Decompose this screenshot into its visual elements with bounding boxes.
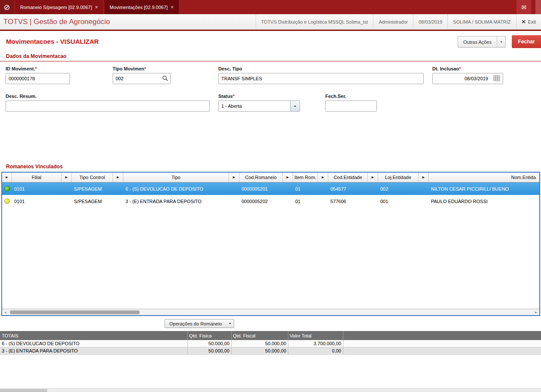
desc-tipo-field[interactable] [218,73,424,84]
tab-close-icon[interactable]: × [171,4,174,10]
cell-tipo-control: S/PESAGEM [61,199,113,204]
topbar-corner-button[interactable] [535,0,541,14]
environment-name: TOTVS Distribuição e Logística MSSQL Sol… [256,14,373,29]
chevron-down-icon[interactable]: ▼ [226,319,234,328]
mail-button[interactable]: ✉ [517,0,531,14]
operacoes-romaneio-button[interactable]: Operações do Romaneio ▼ [165,319,234,328]
required-marker: * [233,94,235,99]
totals-valor-total: 3.700.000,00 [288,340,343,347]
col-header-cod-entidade[interactable]: Cod.Entidade [328,173,368,182]
search-icon[interactable] [162,75,168,83]
desc-tipo-label: Desc. Tipo [218,66,424,71]
cell-item-rom: 01 [283,186,318,191]
fechar-button[interactable]: Fechar [512,35,541,48]
scroll-left-icon[interactable]: ◄ [2,309,9,315]
romaneios-grid: ▶ Filial ▶ Tipo Control ▶ Tipo ▶ Cod.Rom… [1,172,540,316]
fechar-label: Fechar [518,39,535,45]
grid-header-row: ▶ Filial ▶ Tipo Control ▶ Tipo ▶ Cod.Rom… [2,173,539,182]
totals-empty-cell [343,340,541,347]
page-title: Movimentacoes - VISUALIZAR [6,38,99,45]
cell-tipo: 6 - (S) DEVOLUCAO DE DEPOSITO [113,186,229,191]
dt-inclusao-field[interactable] [432,73,503,84]
app-header: TOTVS | Gestão de Agronegócio TOTVS Dist… [0,14,541,30]
exit-button[interactable]: ✕ Exit [516,14,541,29]
cell-cod-entidade: 577606 [318,199,368,204]
col-header-tipo-control[interactable]: Tipo Control [72,173,113,182]
tab-movimentacoes[interactable]: Movimentações [02.9.0067] × [104,0,179,14]
scrollbar-thumb[interactable] [0,389,47,392]
row-status-yellow-icon [4,198,10,204]
section-dados-movimentacao: Dados da Movimentacao [0,53,541,61]
id-moviment-field[interactable] [6,73,70,84]
tab-close-icon[interactable]: × [95,4,98,10]
scroll-right-icon[interactable]: ► [533,309,539,315]
chevron-down-icon[interactable]: ▼ [497,36,505,47]
block-icon: ⊘ [3,3,10,12]
totals-header-row: TOTAIS Qtd. Fisica Qtd. Fiscal Valor Tot… [0,331,541,340]
sort-arrow-icon[interactable]: ▶ [229,173,239,182]
app-block-icon[interactable]: ⊘ [0,0,14,14]
cell-cod-romaneio: 0000005201 [229,186,283,191]
required-marker: * [459,66,461,71]
cell-loj-entidade: 002 [368,186,419,191]
totals-col-totais: TOTAIS [0,331,188,340]
outras-acoes-button[interactable]: Outras Ações ▼ [458,36,506,48]
operacoes-row: Operações do Romaneio ▼ [0,316,541,330]
page-horizontal-scrollbar[interactable] [0,388,541,392]
cell-nom-entidade: NILTON CESAR PICCIRILLI BUENO [419,186,539,191]
col-header-tipo[interactable]: Tipo [123,173,229,182]
sort-arrow-icon[interactable]: ▶ [113,173,123,182]
top-tab-bar: ⊘ Romaneio S/pesagem [02.9.0067] × Movim… [0,0,541,14]
sort-arrow-icon[interactable]: ▶ [2,173,12,182]
exit-close-icon: ✕ [522,19,526,25]
col-header-nom-entidade[interactable]: Nom.Entida [429,173,539,182]
tipo-movimen-label: Tipo Movimen* [113,66,171,71]
sort-arrow-icon[interactable]: ▶ [61,173,72,182]
dt-inclusao-label: Dt. Inclusao* [432,66,503,71]
totals-qtd-fisica: 50.000,00 [188,340,232,347]
col-header-cod-romaneio[interactable]: Cod.Romaneio [239,173,283,182]
company-name: SOLIMA / SOLIMA MATRIZ [447,14,516,29]
col-header-item-rom[interactable]: Item Rom. [293,173,318,182]
totals-qtd-fisica: 50.000,00 [188,347,232,354]
required-marker: * [35,66,37,71]
status-select[interactable]: 1 - Aberta ▼ [218,100,300,112]
status-value: 1 - Aberta [219,101,290,111]
tab-label: Romaneio S/pesagem [02.9.0067] [20,5,92,10]
topbar-spacer [179,0,517,14]
table-row[interactable]: 0101 S/PESAGEM 3 - (E) ENTRADA PARA DEPO… [2,195,539,207]
cell-cod-romaneio: 0000005202 [229,199,283,204]
cell-tipo: 3 - (E) ENTRADA PARA DEPOSITO [113,199,229,204]
exit-label: Exit [528,19,536,24]
session-date: 08/03/2019 [413,14,447,29]
totals-valor-total: 0,00 [288,347,343,354]
id-moviment-label: ID Moviment.* [6,66,70,71]
grid-horizontal-scrollbar[interactable]: ◄ ► [2,309,539,315]
totals-row: 3 - (E) ENTRADA PARA DEPOSITO 50.000,00 … [0,347,541,355]
fech-ser-field[interactable] [325,100,377,112]
sort-arrow-icon[interactable]: ▶ [318,173,328,182]
table-row[interactable]: 0101 S/PESAGEM 6 - (S) DEVOLUCAO DE DEPO… [2,182,539,195]
sort-arrow-icon[interactable]: ▶ [419,173,429,182]
mail-icon: ✉ [521,4,526,11]
col-header-loj-entidade[interactable]: Loj.Entidade [378,173,419,182]
totals-col-valor-total: Valor Total [288,331,343,340]
sort-arrow-icon[interactable]: ▶ [368,173,378,182]
outras-acoes-label: Outras Ações [458,40,497,45]
tab-romaneio-spesagem[interactable]: Romaneio S/pesagem [02.9.0067] × [15,0,103,14]
cell-item-rom: 01 [283,199,318,204]
totals-row: 6 - (S) DEVOLUCAO DE DEPOSITO 50.000,00 … [0,340,541,347]
section-romaneios-vinculados: Romaneios Vinculados [6,164,541,170]
sort-arrow-icon[interactable]: ▶ [283,173,293,182]
calendar-icon[interactable] [493,75,500,83]
totals-label: 3 - (E) ENTRADA PARA DEPOSITO [0,347,188,354]
col-header-filial[interactable]: Filial [12,173,61,182]
totals-qtd-fiscal: 50.000,00 [232,347,288,354]
app-brand-title: TOTVS | Gestão de Agronegócio [0,18,110,26]
chevron-down-icon[interactable]: ▼ [290,101,300,111]
totals-col-qtd-fiscal: Qtd. Fiscal [232,331,288,340]
totals-col-qtd-fisica: Qtd. Fisica [188,331,232,340]
desc-resum-field[interactable] [6,100,210,112]
cell-cod-entidade: 054577 [318,186,368,191]
scrollbar-thumb[interactable] [10,310,140,314]
